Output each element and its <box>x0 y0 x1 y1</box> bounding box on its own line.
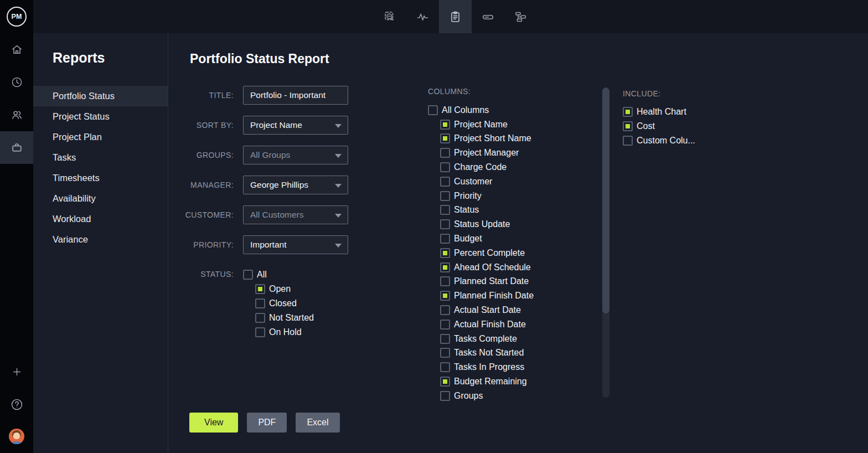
checkbox[interactable] <box>440 133 450 143</box>
checkbox[interactable] <box>623 136 633 146</box>
checkbox-label: Planned Start Date <box>454 276 529 286</box>
rail-item-time[interactable] <box>0 66 33 99</box>
column-option[interactable]: Tasks Complete <box>440 332 534 346</box>
tab-zoom-search[interactable] <box>374 0 406 33</box>
status-option[interactable]: Not Started <box>255 311 314 325</box>
checkbox[interactable] <box>440 191 450 201</box>
checkbox[interactable] <box>440 234 450 244</box>
sidebar-report-item[interactable]: Workload <box>33 209 168 229</box>
rail-item-projects[interactable] <box>0 131 33 164</box>
checkbox[interactable] <box>440 377 450 387</box>
checkbox[interactable] <box>440 291 450 301</box>
reports-sidebar: Reports Portfolio Status Project Status … <box>33 33 168 453</box>
sidebar-report-item[interactable]: Availability <box>33 188 168 209</box>
column-option[interactable]: All Columns <box>428 103 534 117</box>
excel-button[interactable]: Excel <box>296 413 339 433</box>
checkbox[interactable] <box>440 262 450 272</box>
sidebar-report-item[interactable]: Tasks <box>33 147 168 168</box>
column-option[interactable]: Project Name <box>440 117 534 132</box>
checkbox[interactable] <box>440 334 450 344</box>
checkbox[interactable] <box>440 276 450 286</box>
tab-workflow[interactable] <box>504 0 537 33</box>
tab-reports[interactable] <box>439 0 472 33</box>
field-control[interactable]: All Customers <box>243 205 348 224</box>
checkbox[interactable] <box>440 391 450 401</box>
sidebar-report-item[interactable]: Project Status <box>33 106 168 127</box>
column-option[interactable]: Percent Complete <box>440 246 534 260</box>
column-option[interactable]: Charge Code <box>440 160 534 174</box>
column-option[interactable]: Planned Finish Date <box>440 289 534 303</box>
checkbox[interactable] <box>440 305 450 315</box>
checkbox[interactable] <box>255 284 265 294</box>
include-option[interactable]: Custom Colu... <box>623 133 695 148</box>
column-option[interactable]: Tasks Not Started <box>440 346 534 361</box>
sidebar-report-item[interactable]: Project Plan <box>33 127 168 147</box>
column-option[interactable]: Status Update <box>440 217 534 231</box>
checkbox[interactable] <box>440 320 450 330</box>
rail-item-add[interactable] <box>0 359 33 384</box>
tab-activity[interactable] <box>406 0 439 33</box>
sidebar-report-item[interactable]: Timesheets <box>33 168 168 188</box>
status-option[interactable]: Open <box>255 282 314 296</box>
include-option[interactable]: Cost <box>623 119 695 133</box>
checkbox[interactable] <box>623 107 633 117</box>
columns-scrollbar[interactable] <box>602 87 609 398</box>
checkbox[interactable] <box>428 105 438 115</box>
checkbox[interactable] <box>440 148 450 158</box>
status-option[interactable]: All <box>243 267 314 282</box>
column-option[interactable]: Planned Start Date <box>440 275 534 289</box>
tab-timeline[interactable] <box>472 0 504 33</box>
checkbox[interactable] <box>440 177 450 187</box>
column-option[interactable]: Project Short Name <box>440 132 534 146</box>
field-control[interactable]: Project Name <box>243 116 348 135</box>
column-option[interactable]: Customer <box>440 174 534 189</box>
clipboard-report-icon <box>449 11 462 23</box>
checkbox[interactable] <box>255 298 265 308</box>
status-option[interactable]: On Hold <box>255 325 314 339</box>
rail-item-team[interactable] <box>0 99 33 131</box>
status-option[interactable]: Closed <box>255 296 314 311</box>
checkbox[interactable] <box>255 327 265 337</box>
rail-item-help[interactable] <box>0 392 33 416</box>
sidebar-report-item[interactable]: Variance <box>33 229 168 250</box>
column-option[interactable]: Groups <box>440 389 534 403</box>
column-option[interactable]: Status <box>440 203 534 218</box>
rail-item-home[interactable] <box>0 33 33 66</box>
column-option[interactable]: Budget <box>440 231 534 246</box>
column-option[interactable]: Tasks In Progress <box>440 360 534 374</box>
checkbox-label: Budget Remaining <box>454 377 527 387</box>
checkbox-label: All Columns <box>442 105 489 115</box>
pdf-button[interactable]: PDF <box>247 413 287 433</box>
checkbox[interactable] <box>440 248 450 258</box>
checkbox[interactable] <box>440 205 450 215</box>
scrollbar-thumb[interactable] <box>602 87 609 313</box>
brand-logo[interactable]: PM <box>0 0 33 33</box>
view-button[interactable]: View <box>189 413 238 433</box>
checkbox-label: Status Update <box>454 219 510 229</box>
checkbox[interactable] <box>440 348 450 358</box>
checkbox[interactable] <box>623 121 633 131</box>
checkbox[interactable] <box>255 313 265 323</box>
sidebar-report-item[interactable]: Portfolio Status <box>33 86 168 106</box>
column-option[interactable]: Ahead Of Schedule <box>440 260 534 275</box>
checkbox[interactable] <box>440 162 450 172</box>
form-row: GROUPS: All Groups <box>168 146 348 164</box>
form-row: TITLE: Portfolio - Important <box>168 86 348 105</box>
include-option[interactable]: Health Chart <box>623 105 695 119</box>
form-row: MANAGER: George Phillips <box>168 176 348 194</box>
field-control[interactable]: All Groups <box>243 146 348 164</box>
column-option[interactable]: Actual Start Date <box>440 303 534 317</box>
column-option[interactable]: Priority <box>440 189 534 203</box>
field-control[interactable]: Important <box>243 235 348 254</box>
checkbox[interactable] <box>440 362 450 372</box>
field-control[interactable]: George Phillips <box>243 176 348 194</box>
status-options: All Open Closed Not Started On Hold <box>243 267 314 339</box>
column-option[interactable]: Project Manager <box>440 146 534 160</box>
column-option[interactable]: Actual Finish Date <box>440 317 534 332</box>
checkbox[interactable] <box>440 120 450 130</box>
user-avatar[interactable] <box>9 429 24 444</box>
field-control[interactable]: Portfolio - Important <box>243 86 348 105</box>
column-option[interactable]: Budget Remaining <box>440 374 534 389</box>
checkbox[interactable] <box>243 270 253 280</box>
checkbox[interactable] <box>440 219 450 229</box>
